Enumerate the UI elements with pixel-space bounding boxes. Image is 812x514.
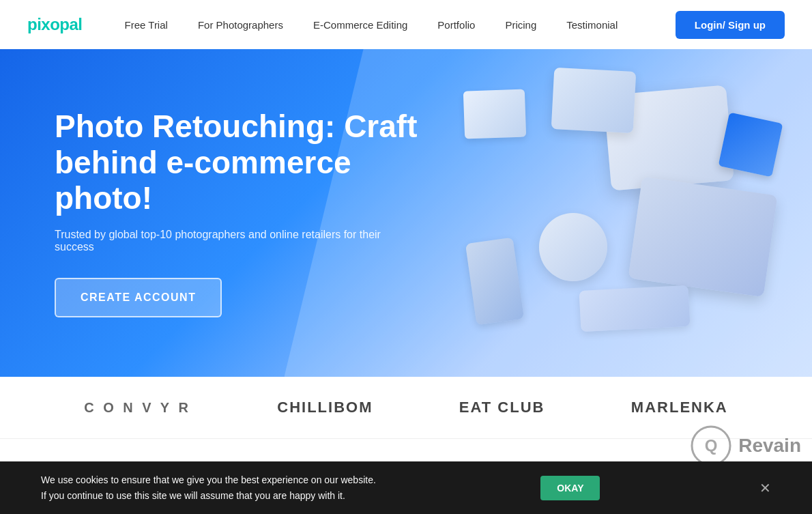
- brand-chillibom: ChilliBOM: [277, 399, 373, 416]
- nav-link-portfolio[interactable]: Portfolio: [422, 19, 490, 31]
- nav-link-pricing[interactable]: Pricing: [490, 19, 551, 31]
- logo-prefix: pixo: [27, 15, 59, 33]
- cookie-line1: We use cookies to ensure that we give yo…: [41, 472, 376, 487]
- brand-eatclub: EAT CLUB: [459, 399, 545, 416]
- svg-text:Q: Q: [705, 436, 718, 455]
- hero-title: Photo Retouching: Craft behind e-commerc…: [55, 109, 423, 217]
- cookie-close-button[interactable]: ✕: [759, 480, 771, 496]
- brand-marlenka: MARLENKA: [631, 399, 728, 416]
- nav-link-ecommerce-editing[interactable]: E-Commerce Editing: [298, 19, 422, 31]
- brand-logo[interactable]: pixopal: [27, 15, 83, 34]
- cookie-banner: We use cookies to ensure that we give yo…: [0, 461, 812, 514]
- hero-product-6: [719, 113, 783, 177]
- hero-section: Photo Retouching: Craft behind e-commerc…: [0, 49, 812, 377]
- cookie-text: We use cookies to ensure that we give yo…: [41, 472, 376, 503]
- cookie-okay-button[interactable]: OKAY: [540, 476, 600, 500]
- login-signup-button[interactable]: Login/ Sign up: [676, 11, 785, 39]
- hero-product-4: [539, 213, 607, 281]
- nav-links: Free Trial For Photographers E-Commerce …: [110, 19, 676, 31]
- hero-product-5: [579, 285, 691, 332]
- create-account-button[interactable]: CREATE ACCOUNT: [55, 278, 222, 317]
- cookie-line2: If you continue to use this site we will…: [41, 488, 376, 503]
- logo-suffix: pal: [59, 15, 82, 33]
- nav-link-testimonial[interactable]: Testimonial: [551, 19, 633, 31]
- hero-subtitle: Trusted by global top-10 photographers a…: [55, 229, 423, 253]
- hero-product-2: [551, 68, 637, 133]
- brand-convyr: C O N V Y R: [84, 400, 191, 416]
- hero-content: Photo Retouching: Craft behind e-commerc…: [0, 109, 478, 318]
- revain-label: Revain: [738, 435, 801, 457]
- nav-link-free-trial[interactable]: Free Trial: [110, 19, 183, 31]
- navbar: pixopal Free Trial For Photographers E-C…: [0, 0, 812, 49]
- nav-link-for-photographers[interactable]: For Photographers: [183, 19, 298, 31]
- hero-product-3: [628, 177, 778, 297]
